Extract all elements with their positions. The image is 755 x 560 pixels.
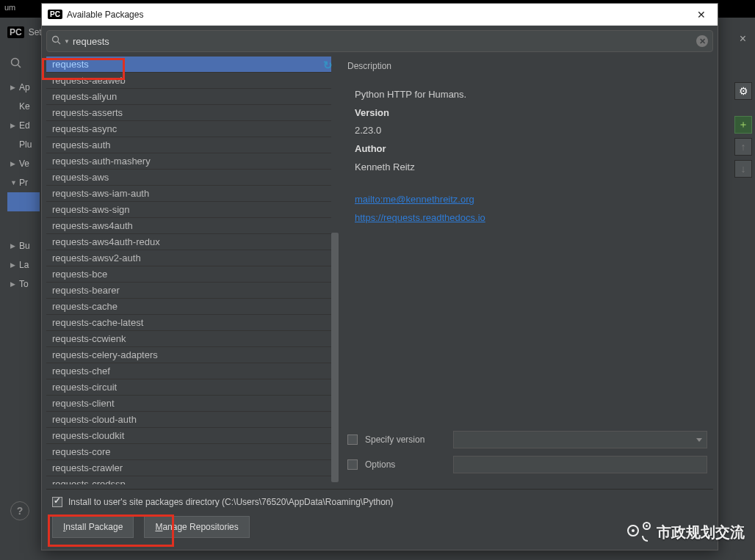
scrollbar[interactable]: [331, 233, 339, 482]
package-item[interactable]: requests-circuit: [46, 379, 331, 396]
options-panel: Specify version Options: [344, 424, 713, 484]
watermark-text: 市政规划交流: [657, 523, 745, 542]
available-packages-dialog: PC Available Packages ✕ ▼ ✕ requestsrequ…: [41, 3, 718, 550]
svg-line-1: [18, 65, 21, 68]
refresh-icon[interactable]: ↻: [323, 59, 333, 72]
options-row[interactable]: Options: [347, 452, 710, 477]
clear-search-icon[interactable]: ✕: [696, 35, 708, 47]
specify-version-label: Specify version: [365, 434, 446, 445]
package-item[interactable]: requests-auth-mashery: [46, 153, 331, 170]
package-item[interactable]: requests: [46, 57, 331, 73]
description-body: Python HTTP for Humans. Version 2.23.0 A…: [344, 79, 713, 424]
description-panel: Description Python HTTP for Humans. Vers…: [344, 57, 713, 484]
package-item[interactable]: requests-aws: [46, 170, 331, 186]
docs-link[interactable]: https://requests.readthedocs.io: [355, 209, 703, 228]
package-item[interactable]: requests-ccwienk: [46, 331, 331, 347]
search-field[interactable]: ▼ ✕: [46, 30, 713, 52]
author-label: Author: [355, 140, 703, 159]
mailto-link[interactable]: mailto:me@kennethreitz.org: [355, 191, 703, 209]
version-select[interactable]: [453, 431, 707, 448]
help-button[interactable]: ?: [10, 501, 29, 520]
search-dropdown-icon[interactable]: ▼: [64, 38, 70, 45]
package-item[interactable]: requests-aws-iam-auth: [46, 186, 331, 202]
bg-search-icon[interactable]: [10, 57, 22, 72]
tree-item[interactable]: ▶Ed: [7, 116, 40, 135]
package-item[interactable]: requests-client: [46, 396, 331, 412]
package-item[interactable]: requests-awsv2-auth: [46, 250, 331, 266]
tree-item[interactable]: ▶To: [7, 274, 40, 294]
package-item[interactable]: requests-bce: [46, 266, 331, 283]
bg-gear-button[interactable]: ⚙: [734, 82, 752, 100]
package-item[interactable]: requests-cloudkit: [46, 428, 331, 444]
pc-badge-icon: PC: [48, 10, 62, 19]
install-to-user-checkbox[interactable]: [52, 497, 62, 507]
description-heading: Description: [344, 57, 713, 79]
install-to-user-label: Install to user's site packages director…: [68, 497, 394, 507]
package-item[interactable]: requests-aws4auth-redux: [46, 234, 331, 250]
package-item[interactable]: requests-chef: [46, 363, 331, 379]
package-item[interactable]: requests-cache: [46, 299, 331, 315]
wechat-icon: [627, 522, 652, 542]
tree-item[interactable]: ▶Ap: [7, 78, 40, 97]
search-input[interactable]: [73, 36, 693, 47]
tree-item[interactable]: ▶Bu: [7, 236, 40, 255]
package-item[interactable]: requests-aws-sign: [46, 202, 331, 218]
svg-point-2: [53, 37, 59, 43]
tree-item[interactable]: Plu: [7, 135, 40, 154]
package-item[interactable]: requests-credssp: [46, 476, 331, 484]
settings-tree: ▶Ap Ke ▶Ed Plu ▶Ve ▼Pr ▶Bu ▶La ▶To: [7, 78, 40, 294]
package-item[interactable]: requests-asserts: [46, 105, 331, 121]
install-to-user-row[interactable]: Install to user's site packages director…: [52, 497, 707, 507]
tree-spacer: [7, 211, 40, 236]
install-package-button[interactable]: Install Package: [52, 516, 134, 538]
move-up-button[interactable]: ↑: [734, 138, 752, 156]
pc-badge-icon: PC: [7, 26, 24, 38]
package-item[interactable]: requests-aliyun: [46, 89, 331, 105]
tree-item[interactable]: ▶Ve: [7, 154, 40, 173]
package-item[interactable]: requests-core: [46, 444, 331, 460]
add-button[interactable]: ＋: [734, 116, 752, 134]
options-input[interactable]: [453, 456, 707, 473]
package-item[interactable]: requests-celery-adapters: [46, 347, 331, 363]
dialog-titlebar[interactable]: PC Available Packages ✕: [42, 4, 718, 26]
dialog-footer: Install to user's site packages director…: [46, 489, 713, 545]
settings-label: Set: [29, 27, 42, 37]
svg-point-0: [12, 59, 19, 66]
specify-version-checkbox[interactable]: [347, 434, 358, 445]
svg-line-3: [58, 42, 61, 45]
dialog-body: ▼ ✕ requestsrequests-aeawebrequests-aliy…: [42, 26, 718, 550]
tree-item[interactable]: Ke: [7, 97, 40, 116]
search-icon: [51, 35, 61, 47]
version-value: 2.23.0: [355, 122, 703, 140]
package-item[interactable]: requests-aeaweb: [46, 73, 331, 89]
bg-settings-title: PC Set: [7, 26, 42, 38]
package-item[interactable]: requests-crawler: [46, 460, 331, 476]
tree-item-selected[interactable]: [7, 192, 40, 211]
package-item[interactable]: requests-aws4auth: [46, 218, 331, 234]
options-checkbox[interactable]: [347, 459, 358, 470]
tree-item[interactable]: ▶La: [7, 255, 40, 274]
package-item[interactable]: requests-bearer: [46, 283, 331, 299]
package-item[interactable]: requests-cloud-auth: [46, 412, 331, 428]
version-label: Version: [355, 104, 703, 123]
watermark: 市政规划交流: [627, 522, 745, 542]
gear-icon: ⚙: [734, 82, 752, 100]
bg-close-tab-button[interactable]: ×: [735, 31, 751, 47]
dialog-title: Available Packages: [67, 10, 687, 20]
package-item[interactable]: requests-cache-latest: [46, 315, 331, 331]
manage-repositories-button[interactable]: Manage Repositories: [144, 516, 249, 538]
author-value: Kenneth Reitz: [355, 159, 703, 177]
close-icon[interactable]: ✕: [691, 6, 712, 23]
package-list[interactable]: requestsrequests-aeawebrequests-aliyunre…: [46, 57, 339, 484]
tree-item[interactable]: ▼Pr: [7, 173, 40, 192]
package-list-panel: requestsrequests-aeawebrequests-aliyunre…: [46, 57, 339, 484]
specify-version-row[interactable]: Specify version: [347, 427, 710, 452]
move-down-button[interactable]: ↓: [734, 160, 752, 178]
pkg-summary: Python HTTP for Humans.: [355, 86, 703, 104]
options-label: Options: [365, 459, 446, 470]
package-item[interactable]: requests-auth: [46, 137, 331, 153]
package-item[interactable]: requests-async: [46, 121, 331, 137]
